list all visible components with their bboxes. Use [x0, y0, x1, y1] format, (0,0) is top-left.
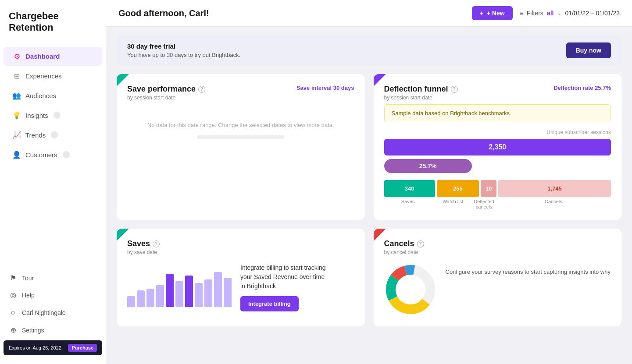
card-title-area: Save performance ? by session start date	[127, 85, 205, 101]
funnel-label-watch-list: Watch list	[434, 199, 472, 209]
funnel-segment-deflected-cancels: 10	[481, 180, 496, 197]
experiences-icon: ⊞	[12, 72, 21, 80]
cancels-subtitle: by cancel date	[384, 249, 424, 255]
sidebar-item-insights[interactable]: 💡 Insights	[4, 106, 102, 125]
save-performance-meta: Save interval 30 days	[296, 85, 354, 91]
settings-icon: ⊛	[9, 326, 18, 334]
cancels-card: Cancels ? by cancel date	[374, 229, 622, 326]
dashboard-grid: Save performance ? by session start date…	[117, 74, 621, 326]
customers-icon: 👤	[12, 151, 21, 159]
saves-header: Saves ? by save date	[127, 239, 354, 255]
sidebar: Chargebee Retention ⊙ Dashboard ⊞ Experi…	[0, 0, 106, 364]
purchase-button[interactable]: Purchase	[68, 344, 97, 352]
new-button[interactable]: + + New	[472, 6, 513, 20]
funnel-mid-bar: 25.7%	[384, 159, 472, 173]
saves-card-corner	[117, 229, 129, 241]
trial-description: You have up to 30 days to try out Bright…	[127, 52, 240, 58]
deflection-funnel-title: Deflection funnel ?	[384, 85, 458, 94]
help-icon: ◎	[9, 291, 18, 299]
funnel-label-deflected-cancels: Deflected cancels	[474, 199, 494, 209]
sidebar-item-label: Audiences	[25, 92, 56, 99]
saves-bar-10	[224, 278, 232, 307]
main-content: Good afternoon, Carl! + + New ≡ Filters …	[106, 0, 632, 364]
funnel-segment-saves: 340	[384, 180, 435, 197]
sidebar-item-label: Insights	[25, 112, 48, 119]
filters-value[interactable]: all	[547, 10, 554, 17]
funnel-segments-row: 340255101,745	[384, 180, 611, 197]
user-avatar-icon: ○	[9, 308, 18, 317]
sidebar-item-audiences[interactable]: 👥 Audiences	[4, 86, 102, 105]
trial-text: 30 day free trial You have up to 30 days…	[127, 42, 240, 58]
cancels-title-area: Cancels ? by cancel date	[384, 239, 424, 255]
deflection-info-icon[interactable]: ?	[451, 86, 458, 93]
deflection-meta: Deflection rate 25.7%	[553, 85, 611, 91]
saves-bar-2	[146, 289, 154, 307]
no-data-bar	[197, 135, 285, 139]
cancels-info-icon[interactable]: ?	[417, 240, 424, 247]
app-logo: Chargebee Retention	[0, 0, 106, 42]
saves-title-area: Saves ? by save date	[127, 239, 160, 255]
saves-bar-4	[166, 274, 174, 307]
deflection-subtitle: by session start date	[384, 95, 458, 101]
sidebar-item-settings[interactable]: ⊛ Settings	[0, 322, 106, 339]
saves-info-icon[interactable]: ?	[153, 240, 160, 247]
deflection-rate-label: Deflection rate	[553, 85, 595, 91]
deflection-title-area: Deflection funnel ? by session start dat…	[384, 85, 458, 101]
tour-icon: ⚑	[9, 274, 18, 282]
saves-subtitle: by save date	[127, 249, 160, 255]
sidebar-item-help[interactable]: ◎ Help	[0, 286, 106, 304]
funnel-labels-row: SavesWatch listDeflected cancelsCancels	[384, 199, 611, 209]
trends-badge	[51, 131, 58, 138]
save-performance-header: Save performance ? by session start date…	[127, 85, 354, 101]
cancels-card-corner	[374, 229, 386, 241]
sidebar-item-tour[interactable]: ⚑ Tour	[0, 269, 106, 286]
funnel-label-saves: Saves	[384, 199, 432, 209]
saves-content: Integrate billing to start tracking your…	[127, 259, 354, 311]
sidebar-item-customers[interactable]: 👤 Customers	[4, 145, 102, 164]
page-title: Good afternoon, Carl!	[118, 8, 209, 18]
header-actions: + + New ≡ Filters all ⌄ 01/01/22 – 01/01…	[472, 6, 620, 20]
save-performance-no-data: No data for this date range. Change the …	[127, 104, 354, 156]
sidebar-item-dashboard[interactable]: ⊙ Dashboard	[4, 47, 102, 66]
saves-bar-9	[214, 272, 222, 307]
sidebar-item-label: Customers	[25, 151, 57, 159]
saves-chart	[127, 268, 232, 307]
app-name: Chargebee Retention	[9, 11, 97, 34]
saves-bar-3	[156, 285, 164, 307]
cancels-description: Configure your survey reasons to start c…	[446, 263, 611, 276]
unique-sessions-label: Unique subscriber sessions	[384, 129, 611, 135]
saves-bar-0	[127, 296, 135, 307]
saves-bar-5	[175, 281, 183, 307]
dashboard-content: 30 day free trial You have up to 30 days…	[106, 27, 632, 364]
date-range[interactable]: 01/01/22 – 01/01/23	[565, 10, 620, 17]
buy-now-button[interactable]: Buy now	[566, 42, 611, 58]
expiry-banner: Expires on Aug 26, 2022 Purchase	[4, 340, 102, 355]
sidebar-item-trends[interactable]: 📈 Trends	[4, 126, 102, 145]
saves-bar-7	[195, 283, 203, 307]
deflection-rate-value: 25.7%	[595, 85, 611, 91]
card-corner-purple	[374, 74, 386, 86]
funnel-total-bar: 2,350	[384, 139, 611, 155]
saves-bar-6	[185, 276, 193, 307]
integrate-billing-button[interactable]: Integrate billing	[240, 296, 299, 311]
sidebar-item-experiences[interactable]: ⊞ Experiences	[4, 67, 102, 85]
sidebar-bottom: ⚑ Tour ◎ Help ○ Carl Nightingale ⊛ Setti…	[0, 264, 106, 364]
sidebar-item-user[interactable]: ○ Carl Nightingale	[0, 304, 106, 322]
sidebar-nav: ⊙ Dashboard ⊞ Experiences 👥 Audiences 💡 …	[0, 42, 106, 264]
save-performance-title: Save performance ?	[127, 85, 205, 94]
chevron-down-icon[interactable]: ⌄	[557, 10, 561, 16]
save-performance-info-icon[interactable]: ?	[198, 86, 205, 93]
filters-label: Filters	[527, 10, 543, 17]
saves-bar-1	[137, 290, 145, 307]
trial-title: 30 day free trial	[127, 42, 240, 50]
new-button-label: + New	[487, 10, 505, 17]
funnel-mid-row: 25.7%	[384, 159, 611, 177]
customers-badge	[63, 151, 70, 158]
funnel-segment-watch-list: 255	[437, 180, 479, 197]
insights-icon: 💡	[12, 111, 21, 120]
sidebar-item-label: Dashboard	[25, 53, 60, 60]
integrate-billing-section: Integrate billing to start tracking your…	[240, 263, 328, 311]
user-name: Carl Nightingale	[22, 309, 66, 316]
dashboard-icon: ⊙	[12, 52, 21, 60]
help-label: Help	[22, 292, 35, 299]
